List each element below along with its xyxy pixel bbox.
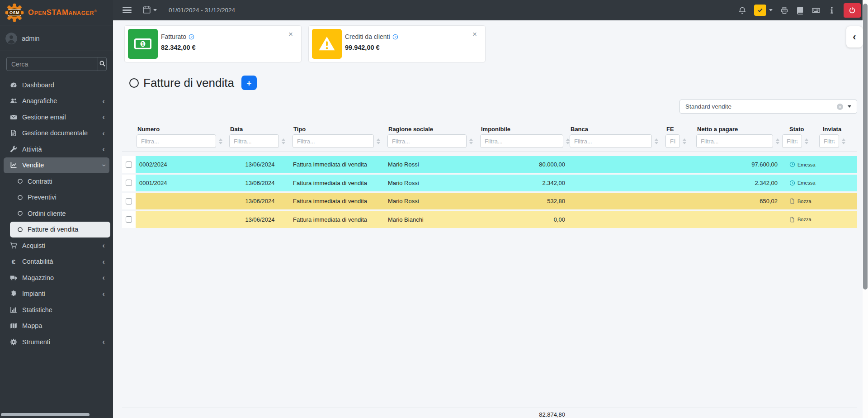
svg-text:?: ? [394,35,396,38]
question-circle-icon[interactable]: ? [392,34,398,40]
sidebar-item-label: Dashboard [22,81,54,89]
filter-input-tipo[interactable] [292,134,374,148]
caret-down-icon[interactable] [769,9,773,11]
card-close-icon[interactable]: × [288,30,293,38]
truck-icon [9,274,18,281]
money-icon: 1 [128,29,158,59]
sidebar-item-attivit[interactable]: Attività‹ [4,141,109,157]
sidebar-item-dashboard[interactable]: Dashboard [4,77,109,93]
sidebar-subitem-ordini-cliente[interactable]: Ordini cliente [10,205,110,222]
period-picker-button[interactable] [142,5,157,15]
sort-control-netto[interactable] [776,138,779,144]
sidebar-subitem-label: Fatture di vendita [28,226,78,233]
osm-logo-gear-icon: OSM [5,3,24,23]
sort-control-ragione[interactable] [469,138,473,144]
sort-control-data[interactable] [282,138,285,144]
sidebar-menu: DashboardAnagrafiche‹Gestione email‹Gest… [0,72,113,350]
filter-input-numero[interactable] [137,134,216,148]
sidebar-item-contabilit[interactable]: €Contabilità‹ [4,254,109,270]
add-invoice-button[interactable]: + [241,76,257,90]
cell-banca [569,211,665,228]
cell-numero [136,211,228,228]
module-circle-icon [129,78,139,88]
sidebar-subitem-contratti[interactable]: Contratti [10,173,110,190]
table-row[interactable]: 13/06/2024Fattura immediata di venditaMa… [122,193,857,209]
search-button[interactable] [98,57,106,71]
collapse-panel-button[interactable]: ‹ [846,26,863,48]
filter-input-ragione[interactable] [387,134,467,148]
table-body: 0002/202413/06/2024Fattura immediata di … [122,156,857,229]
sort-control-fe[interactable] [683,138,686,144]
clear-selection-icon[interactable]: × [837,104,843,110]
sort-control-numero[interactable] [219,138,222,144]
sidebar-subitem-preventivi[interactable]: Preventivi [10,190,110,206]
filter-input-banca[interactable] [570,134,652,148]
user-panel[interactable]: admin [0,25,113,51]
cell-stato: Bozza [781,211,818,228]
sort-control-banca[interactable] [655,138,658,144]
documentation-button[interactable] [796,6,804,14]
column-header-inviata: Inviata [818,126,857,151]
filter-input-stato[interactable] [782,134,802,148]
sidebar-item-acquisti[interactable]: Acquisti‹ [4,238,109,254]
row-checkbox[interactable] [126,198,132,204]
chevron-left-icon: ‹ [853,31,856,43]
sidebar-item-magazzino[interactable]: Magazzino‹ [4,270,109,286]
filter-input-fe[interactable] [665,134,680,148]
info-button[interactable] [828,6,836,14]
column-label-imponibile: Imponibile [479,126,569,133]
sidebar-item-impianti[interactable]: Impianti‹ [4,286,109,302]
todo-button[interactable] [754,5,766,16]
stat-card-fatturato: 1Fatturato?82.342,00 €× [125,26,301,62]
file-icon [789,217,795,223]
sidebar: OSM OpenSTAManager® admin DashboardAnagr… [0,0,113,418]
row-checkbox[interactable] [126,216,132,223]
sidebar-item-gestione-email[interactable]: Gestione email‹ [4,109,109,125]
cell-banca [569,156,665,173]
sidebar-scrollbar[interactable] [1,413,90,416]
filter-input-imponibile[interactable] [480,134,563,148]
sidebar-item-strumenti[interactable]: Strumenti‹ [4,334,109,350]
plugin-select[interactable]: Standard vendite × [679,100,857,114]
column-label-data: Data [228,126,292,133]
table-row[interactable]: 13/06/2024Fattura immediata di venditaMa… [122,211,857,228]
chevron-left-icon: ‹ [102,129,105,137]
sort-control-inviata[interactable] [842,138,845,144]
sort-control-tipo[interactable] [377,138,380,144]
search-input[interactable] [7,57,98,71]
brand-title: OpenSTAManager® [28,8,97,17]
table-row[interactable]: 0001/202413/06/2024Fattura immediata di … [122,175,857,191]
table-row[interactable]: 0002/202413/06/2024Fattura immediata di … [122,156,857,173]
filter-input-inviata[interactable] [819,134,839,148]
cell-fe [665,193,695,209]
filter-input-netto[interactable] [696,134,773,148]
page-scrollbar-thumb[interactable] [863,4,868,290]
sidebar-item-vendite[interactable]: Vendite‹ [4,157,109,174]
cell-tipo: Fattura immediata di vendita [292,193,387,209]
notifications-button[interactable] [738,6,746,14]
cell-inviata [818,211,857,228]
sidebar-item-gestione-documentale[interactable]: Gestione documentale‹ [4,125,109,142]
row-checkbox[interactable] [126,180,132,186]
sidebar-toggle-button[interactable] [123,7,132,14]
card-close-icon[interactable]: × [472,30,477,38]
file-icon [789,198,795,204]
date-range[interactable]: 01/01/2024 - 31/12/2024 [169,7,235,14]
card-title: Fatturato [161,33,186,40]
sidebar-item-statistiche[interactable]: Statistiche [4,302,109,318]
sidebar-item-anagrafiche[interactable]: Anagrafiche‹ [4,93,109,109]
sidebar-item-mappa[interactable]: Mappa [4,318,109,334]
filter-input-data[interactable] [229,134,279,148]
cell-netto: 2.342,00 [695,175,781,191]
check-icon [757,7,763,13]
logout-button[interactable] [844,3,861,18]
sidebar-subitem-fatture-di-vendita[interactable]: Fatture di vendita [10,222,110,238]
chart-line-icon [9,162,18,169]
sort-control-stato[interactable] [805,138,808,144]
row-checkbox[interactable] [126,162,132,168]
user-avatar-icon [5,33,17,44]
shortcuts-button[interactable] [812,6,820,14]
question-circle-icon[interactable]: ? [189,34,194,40]
brand[interactable]: OSM OpenSTAManager® [0,0,113,25]
print-button[interactable] [780,6,788,14]
